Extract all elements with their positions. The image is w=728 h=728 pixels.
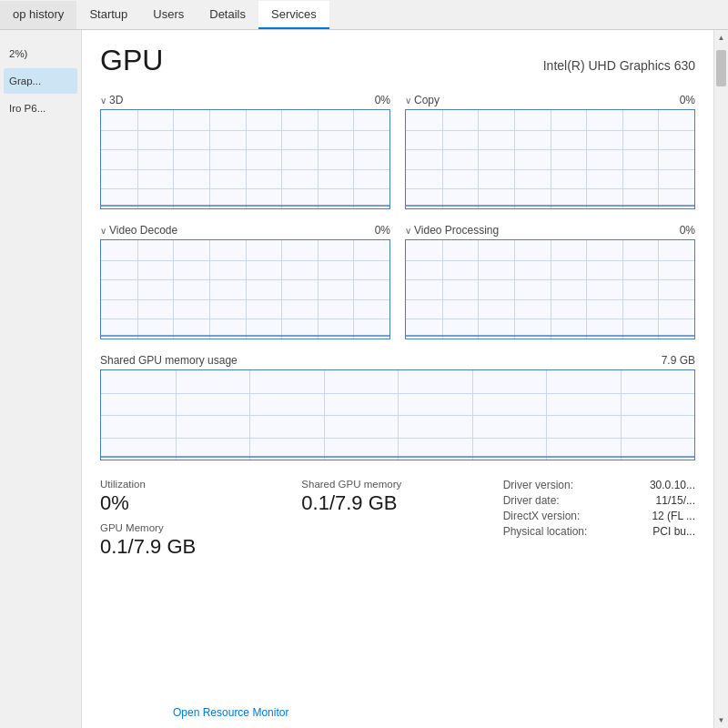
main-content: 2%) Grap... Iro P6... GPU Intel(R) UHD G… (0, 30, 728, 728)
sidebar-item-2[interactable]: Iro P6... (4, 96, 77, 121)
directx-version-row: DirectX version: 12 (FL ... (503, 510, 695, 522)
stat-group-shared-memory: Shared GPU memory 0.1/7.9 GB (301, 479, 493, 559)
task-manager-window: op history Startup Users Details Service… (0, 0, 728, 728)
chevron-video-decode-icon: ∨ (100, 226, 106, 236)
shared-memory-size: 7.9 GB (662, 354, 695, 367)
tab-app-history[interactable]: op history (0, 1, 76, 29)
utilization-value: 0% (100, 491, 292, 515)
tab-details[interactable]: Details (197, 1, 258, 29)
scrollbar-track[interactable] (714, 46, 728, 713)
scrollbar-thumb[interactable] (716, 50, 726, 86)
gpu-title: GPU (100, 44, 163, 77)
chevron-video-processing-icon: ∨ (405, 226, 411, 236)
physical-location-row: Physical location: PCI bu... (503, 525, 695, 538)
tab-startup[interactable]: Startup (76, 1, 140, 29)
sidebar-item-1[interactable]: Grap... (4, 68, 77, 94)
scroll-down-arrow[interactable]: ▼ (714, 713, 729, 728)
sidebar: 2%) Grap... Iro P6... (0, 30, 82, 728)
resource-monitor-link[interactable]: Open Resource Monitor (173, 706, 288, 719)
driver-version-row: Driver version: 30.0.10... (503, 479, 695, 491)
chart-3d: ∨ 3D 0% (100, 94, 390, 209)
driver-date-row: Driver date: 11/15/... (503, 494, 695, 507)
tab-services[interactable]: Services (258, 1, 329, 29)
chart-box-3d (100, 109, 390, 209)
shared-chart-box (100, 369, 695, 460)
shared-memory-section: Shared GPU memory usage 7.9 GB (100, 354, 695, 460)
chevron-copy-icon: ∨ (405, 96, 411, 106)
sidebar-item-0[interactable]: 2%) (4, 41, 77, 66)
stats-section: Utilization 0% GPU Memory 0.1/7.9 GB Sha… (100, 479, 695, 559)
stat-group-utilization: Utilization 0% GPU Memory 0.1/7.9 GB (100, 479, 292, 559)
chart-box-video-processing (405, 239, 695, 339)
chart-video-decode: ∨ Video Decode 0% (100, 224, 390, 339)
shared-gpu-memory-value: 0.1/7.9 GB (301, 491, 493, 515)
scrollbar: ▲ ▼ (713, 30, 728, 728)
chart-video-processing: ∨ Video Processing 0% (405, 224, 695, 339)
tab-users[interactable]: Users (140, 1, 197, 29)
shared-memory-label: Shared GPU memory usage (100, 354, 238, 367)
chevron-3d-icon: ∨ (100, 96, 106, 106)
charts-grid: ∨ 3D 0% (100, 94, 695, 339)
detail-panel: GPU Intel(R) UHD Graphics 630 ∨ 3D 0% (82, 30, 713, 728)
scroll-up-arrow[interactable]: ▲ (714, 30, 729, 46)
gpu-memory-value: 0.1/7.9 GB (100, 535, 292, 559)
gpu-name: Intel(R) UHD Graphics 630 (543, 58, 695, 73)
tab-bar: op history Startup Users Details Service… (0, 0, 728, 30)
driver-info: Driver version: 30.0.10... Driver date: … (503, 479, 695, 559)
chart-copy: ∨ Copy 0% (405, 94, 695, 209)
gpu-header: GPU Intel(R) UHD Graphics 630 (100, 44, 695, 77)
chart-box-video-decode (100, 239, 390, 339)
chart-box-copy (405, 109, 695, 209)
